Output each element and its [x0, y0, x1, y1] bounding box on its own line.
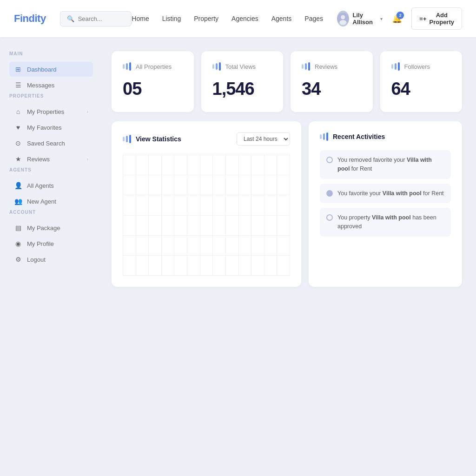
nav-agents[interactable]: Agents	[271, 15, 292, 22]
chart-cell	[251, 215, 264, 235]
activity-item-3: You property Villa with pool has been ap…	[320, 208, 451, 237]
new-agent-icon: 👥	[14, 198, 22, 205]
sidebar-item-messages[interactable]: ☰ Messages	[9, 78, 93, 93]
chart-cell	[239, 235, 252, 255]
chart-cell	[239, 175, 252, 195]
chart-cell	[162, 235, 175, 255]
chart-cell	[264, 195, 278, 215]
chart-cell	[200, 215, 213, 235]
sidebar-item-new-agent[interactable]: 👥 New Agent	[9, 194, 93, 209]
chart-cell	[200, 195, 213, 215]
search-icon: 🔍	[67, 15, 74, 22]
activity-dot-1	[326, 157, 333, 163]
chart-cell	[174, 195, 187, 215]
search-bar[interactable]: 🔍	[60, 11, 132, 26]
stat-card-total-views: Total Views 1,546	[201, 51, 284, 112]
chevron-right-icon: ›	[87, 109, 88, 114]
nav-agencies[interactable]: Agencies	[231, 15, 258, 22]
chart-cell	[277, 255, 290, 275]
recent-activities-title-group: Recent Activities	[320, 132, 385, 141]
sidebar-item-reviews[interactable]: ★ Reviews ›	[9, 152, 93, 166]
stat-label-views: Total Views	[225, 63, 256, 70]
chart-cell	[200, 175, 213, 195]
chart-cell	[149, 175, 162, 195]
view-statistics-title: View Statistics	[136, 135, 181, 143]
chart-cell	[174, 235, 187, 255]
stat-icon-properties	[123, 62, 131, 71]
chart-cell	[251, 175, 264, 195]
chart-cell	[123, 235, 136, 255]
sidebar-item-dashboard[interactable]: ⊞ Dashboard	[9, 62, 93, 77]
chart-cell	[123, 195, 136, 215]
main-content: All Properties 05 Total Views 1,546	[102, 37, 476, 476]
chart-cell	[174, 255, 187, 275]
user-info[interactable]: Lily Allison ▾	[337, 11, 383, 26]
chart-cell	[226, 155, 239, 175]
chart-cell	[226, 255, 239, 275]
chart-cell	[162, 255, 175, 275]
sidebar-item-logout[interactable]: ⚙ Logout	[9, 252, 93, 267]
sidebar-item-my-favorites[interactable]: ♥ My Favorites	[9, 120, 93, 135]
chart-grid	[123, 155, 290, 276]
chart-cell	[264, 155, 278, 175]
chart-cell	[162, 215, 175, 235]
chart-cell	[277, 175, 290, 195]
stat-card-all-properties: All Properties 05	[112, 51, 194, 112]
sidebar: MAIN ⊞ Dashboard ☰ Messages PROPERTIES ⌂…	[0, 37, 102, 476]
sidebar-section-agents: AGENTS 👤 All Agents 👥 New Agent	[9, 167, 93, 209]
chart-cell	[239, 195, 252, 215]
nav-home[interactable]: Home	[132, 15, 149, 22]
chart-cell	[136, 235, 149, 255]
period-select[interactable]: Last 24 hours Last 7 days Last 30 days	[237, 132, 290, 145]
stat-cards: All Properties 05 Total Views 1,546	[112, 51, 462, 112]
svg-point-1	[341, 15, 345, 19]
nav-pages[interactable]: Pages	[304, 15, 323, 22]
activity-dot-2	[326, 190, 333, 197]
chart-cell	[251, 155, 264, 175]
chart-cell	[213, 255, 226, 275]
chart-cell	[239, 215, 252, 235]
notification-bell[interactable]: 🔔 2	[390, 12, 404, 26]
nav-property[interactable]: Property	[194, 15, 218, 22]
logo[interactable]: Findity	[14, 13, 46, 25]
stat-value-reviews: 34	[302, 79, 362, 99]
chart-cell	[149, 215, 162, 235]
stat-card-reviews: Reviews 34	[291, 51, 373, 112]
chart-cell	[162, 195, 175, 215]
nav-listing[interactable]: Listing	[162, 15, 181, 22]
logout-icon: ⚙	[14, 256, 22, 263]
sidebar-item-all-agents-label: All Agents	[27, 182, 54, 189]
sidebar-item-my-profile[interactable]: ◉ My Profile	[9, 236, 93, 251]
sidebar-item-saved-search[interactable]: ⊙ Saved Search	[9, 136, 93, 151]
chart-cell	[174, 155, 187, 175]
sidebar-item-my-package-label: My Package	[27, 225, 60, 231]
page-body: MAIN ⊞ Dashboard ☰ Messages PROPERTIES ⌂…	[0, 37, 476, 476]
stat-icon-reviews	[302, 62, 310, 71]
user-name: Lily Allison	[353, 12, 377, 26]
chart-cell	[277, 215, 290, 235]
search-input[interactable]	[78, 15, 125, 22]
sidebar-item-all-agents[interactable]: 👤 All Agents	[9, 178, 93, 193]
activity-dot-3	[326, 214, 333, 221]
stat-card-header-followers: Followers	[391, 62, 451, 71]
view-statistics-header: View Statistics Last 24 hours Last 7 day…	[123, 132, 290, 145]
saved-search-icon: ⊙	[14, 139, 22, 147]
add-property-button[interactable]: ≡+ Add Property	[411, 7, 462, 30]
chart-cell	[123, 215, 136, 235]
activity-text-2: You favorite your Villa with pool for Re…	[337, 189, 444, 198]
bottom-row: View Statistics Last 24 hours Last 7 day…	[112, 121, 462, 287]
sidebar-item-reviews-label: Reviews	[27, 156, 50, 163]
logo-text1: Find	[14, 13, 34, 24]
avatar	[337, 11, 349, 26]
chart-cell	[277, 155, 290, 175]
sidebar-item-my-properties[interactable]: ⌂ My Properties ›	[9, 104, 93, 119]
chart-cell	[251, 235, 264, 255]
chart-cell	[200, 255, 213, 275]
sidebar-section-label-agents: AGENTS	[9, 167, 93, 172]
chart-cell	[226, 175, 239, 195]
sidebar-item-my-package[interactable]: ▤ My Package	[9, 220, 93, 235]
chart-cell	[226, 235, 239, 255]
stat-card-followers: Followers 64	[380, 51, 463, 112]
recent-activities-title: Recent Activities	[333, 133, 385, 140]
stat-value-properties: 05	[123, 79, 183, 99]
